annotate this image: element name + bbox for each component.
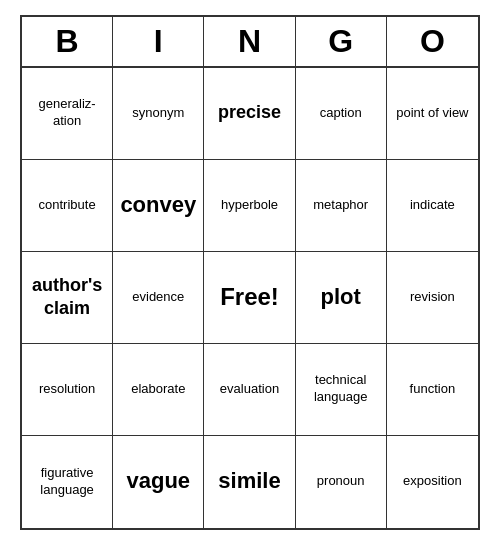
bingo-cell-14: revision	[387, 252, 478, 344]
bingo-grid: generaliz-ationsynonymprecisecaptionpoin…	[22, 68, 478, 528]
bingo-header: BINGO	[22, 17, 478, 68]
bingo-cell-11: evidence	[113, 252, 204, 344]
bingo-cell-1: synonym	[113, 68, 204, 160]
bingo-cell-13: plot	[296, 252, 387, 344]
bingo-cell-20: figurative language	[22, 436, 113, 528]
bingo-cell-2: precise	[204, 68, 295, 160]
bingo-cell-5: contribute	[22, 160, 113, 252]
bingo-cell-19: function	[387, 344, 478, 436]
bingo-cell-8: metaphor	[296, 160, 387, 252]
bingo-cell-24: exposition	[387, 436, 478, 528]
bingo-cell-17: evaluation	[204, 344, 295, 436]
bingo-cell-18: technical language	[296, 344, 387, 436]
bingo-cell-16: elaborate	[113, 344, 204, 436]
header-letter-g: G	[296, 17, 387, 66]
bingo-card: BINGO generaliz-ationsynonymprecisecapti…	[20, 15, 480, 530]
bingo-cell-3: caption	[296, 68, 387, 160]
header-letter-b: B	[22, 17, 113, 66]
bingo-cell-7: hyperbole	[204, 160, 295, 252]
bingo-cell-15: resolution	[22, 344, 113, 436]
bingo-cell-21: vague	[113, 436, 204, 528]
bingo-cell-9: indicate	[387, 160, 478, 252]
bingo-cell-4: point of view	[387, 68, 478, 160]
bingo-cell-12: Free!	[204, 252, 295, 344]
bingo-cell-10: author's claim	[22, 252, 113, 344]
header-letter-n: N	[204, 17, 295, 66]
bingo-cell-22: simile	[204, 436, 295, 528]
header-letter-o: O	[387, 17, 478, 66]
header-letter-i: I	[113, 17, 204, 66]
bingo-cell-0: generaliz-ation	[22, 68, 113, 160]
bingo-cell-23: pronoun	[296, 436, 387, 528]
bingo-cell-6: convey	[113, 160, 204, 252]
